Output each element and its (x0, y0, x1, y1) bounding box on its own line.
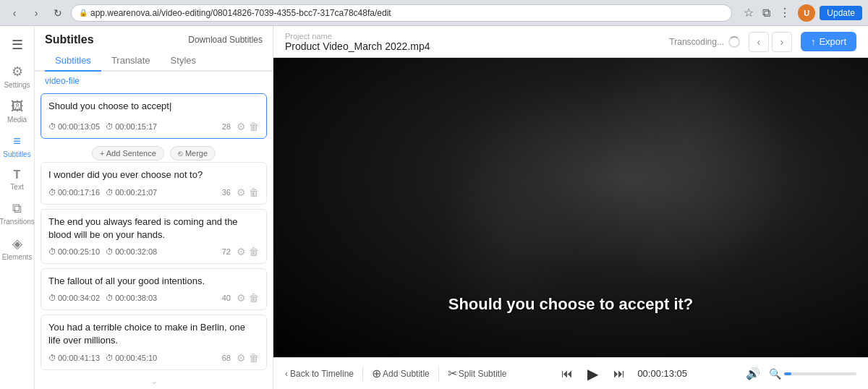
skip-back-button[interactable]: ⏮ (561, 367, 573, 380)
play-button[interactable]: ▶ (582, 362, 605, 385)
sidebar-label-settings: Settings (4, 81, 30, 89)
video-frame: Should you choose to accept it? (273, 58, 868, 357)
user-avatar[interactable]: U (798, 4, 815, 22)
subtitles-icon: ≡ (13, 134, 21, 149)
subtitle-meta-2: ⏱ 00:00:17:16 ⏱ 00:00:21:07 36 ⚙ 🗑 (48, 187, 259, 198)
extensions-icon[interactable]: ⧉ (760, 5, 773, 21)
sidebar-item-subtitles[interactable]: ≡ Subtitles (0, 129, 34, 163)
delete-icon-4[interactable]: 🗑 (249, 292, 259, 304)
char-count-3: 72 (222, 247, 231, 256)
time-end-value-1: 00:00:15:17 (115, 122, 157, 131)
settings-icon-5[interactable]: ⚙ (237, 352, 246, 364)
top-bar-left: Project name Product Video_March 2022.mp… (285, 32, 660, 52)
subtitle-textarea-1[interactable]: Should you choose to accept| (48, 100, 259, 113)
subtitles-list: Should you choose to accept| ⏱ 00:00:13:… (35, 90, 273, 373)
sidebar-item-transitions[interactable]: ⧉ Transitions (0, 197, 34, 230)
browser-bar: ‹ › ↻ 🔒 app.wearenova.ai/video-editing/0… (0, 0, 868, 26)
subtitle-card-3: The end you always feared is coming and … (41, 209, 267, 264)
meta-icons-3: ⚙ 🗑 (237, 246, 259, 257)
redo-button[interactable]: › (772, 32, 792, 52)
playback-separator-1 (362, 367, 363, 381)
sidebar-label-subtitles: Subtitles (3, 150, 30, 158)
playback-bar: ‹ Back to Timeline ⊕ Add Subtitle ✂ Spli… (273, 357, 868, 389)
panel-header: Subtitles Download Subtitles (35, 26, 273, 51)
text-icon: T (14, 168, 21, 181)
settings-icon-3[interactable]: ⚙ (237, 246, 246, 257)
download-subtitles-button[interactable]: Download Subtitles (188, 35, 263, 45)
volume-icon[interactable]: 🔊 (746, 367, 760, 380)
settings-icon-1[interactable]: ⚙ (237, 121, 246, 132)
bookmark-icon[interactable]: ☆ (741, 4, 757, 21)
subtitle-content-4: The fallout of all your good intentions. (48, 275, 205, 286)
undo-button[interactable]: ‹ (749, 32, 769, 52)
settings-icon-2[interactable]: ⚙ (237, 187, 246, 198)
tab-translate[interactable]: Translate (101, 51, 161, 72)
browser-right-icons: ☆ ⧉ ⋮ (741, 4, 793, 21)
time-end-value-2: 00:00:21:07 (115, 188, 157, 197)
split-subtitle-button[interactable]: ✂ Split Subtitle (448, 367, 507, 380)
merge-button[interactable]: ⎋ Merge (170, 146, 216, 161)
time-end-icon-1: ⏱ (106, 122, 114, 131)
time-start-4: ⏱ 00:00:34:02 (48, 294, 100, 302)
char-count-4: 40 (222, 294, 231, 302)
subtitle-card-1: Should you choose to accept| ⏱ 00:00:13:… (41, 93, 267, 139)
sidebar-item-settings[interactable]: ⚙ Settings (0, 59, 34, 93)
zoom-icon[interactable]: 🔍 (769, 368, 781, 380)
app-container: ☰ ⚙ Settings 🖼 Media ≡ Subtitles T Text … (0, 26, 868, 389)
char-count-1: 28 (222, 122, 231, 131)
time-end-value-4: 00:00:38:03 (115, 294, 157, 302)
playback-separator-2 (438, 367, 439, 381)
add-subtitle-label: Add Subtitle (383, 369, 430, 379)
delete-icon-3[interactable]: 🗑 (249, 246, 259, 257)
time-start-2: ⏱ 00:00:17:16 (48, 188, 100, 197)
meta-icons-1: ⚙ 🗑 (237, 121, 259, 132)
lock-icon: 🔒 (79, 9, 88, 17)
back-to-timeline-button[interactable]: ‹ Back to Timeline (285, 369, 354, 379)
export-icon: ↑ (811, 36, 816, 47)
browser-forward-btn[interactable]: › (27, 4, 45, 22)
sidebar-label-elements: Elements (2, 253, 33, 261)
time-end-1: ⏱ 00:00:15:17 (106, 122, 157, 131)
tab-subtitles[interactable]: Subtitles (45, 51, 101, 72)
skip-forward-button[interactable]: ⏭ (613, 367, 625, 380)
browser-reload-btn[interactable]: ↻ (49, 4, 67, 22)
timecode-display: 00:00:13:05 (634, 368, 692, 379)
delete-icon-1[interactable]: 🗑 (249, 121, 259, 132)
time-end-value-3: 00:00:32:08 (115, 247, 157, 256)
time-start-icon-3: ⏱ (48, 247, 56, 256)
delete-icon-5[interactable]: 🗑 (249, 352, 259, 364)
subtitle-meta-5: ⏱ 00:00:41:13 ⏱ 00:00:45:10 68 ⚙ 🗑 (48, 352, 259, 364)
add-subtitle-button[interactable]: ⊕ Add Subtitle (372, 367, 430, 380)
delete-icon-2[interactable]: 🗑 (249, 187, 259, 198)
hamburger-menu-icon[interactable]: ☰ (4, 32, 30, 58)
sidebar-item-media[interactable]: 🖼 Media (0, 95, 34, 128)
tab-styles[interactable]: Styles (161, 51, 206, 72)
browser-back-btn[interactable]: ‹ (6, 4, 23, 22)
time-end-icon-4: ⏱ (106, 294, 114, 302)
sidebar-item-text[interactable]: T Text (0, 164, 34, 195)
settings-icon-4[interactable]: ⚙ (237, 292, 246, 304)
time-start-value-4: 00:00:34:02 (58, 294, 100, 302)
subtitle-text-1[interactable]: Should you choose to accept| (48, 100, 259, 116)
subtitle-content-3: The end you always feared is coming and … (48, 216, 238, 240)
transcoding-spinner (728, 36, 740, 48)
export-button[interactable]: ↑ Export (801, 32, 856, 51)
panel-title: Subtitles (45, 33, 94, 46)
subtitle-text-4: The fallout of all your good intentions. (48, 275, 259, 288)
meta-icons-4: ⚙ 🗑 (237, 292, 259, 304)
time-start-value-3: 00:00:25:10 (58, 247, 100, 256)
export-label: Export (819, 36, 846, 47)
time-start-icon-4: ⏱ (48, 294, 56, 302)
add-sentence-button[interactable]: + Add Sentence (92, 146, 164, 161)
subtitle-text-2: I wonder did you ever choose not to? (48, 168, 259, 181)
zoom-slider[interactable] (784, 372, 856, 375)
update-label: Update (827, 8, 855, 18)
subtitle-meta-1: ⏱ 00:00:13:05 ⏱ 00:00:15:17 28 ⚙ 🗑 (48, 121, 259, 132)
address-bar[interactable]: 🔒 app.wearenova.ai/video-editing/0801482… (71, 4, 732, 22)
menu-icon[interactable]: ⋮ (776, 4, 793, 21)
sidebar-item-elements[interactable]: ◈ Elements (0, 231, 34, 265)
update-button[interactable]: Update (820, 6, 862, 20)
url-text: app.wearenova.ai/video-editing/08014826-… (90, 8, 391, 18)
video-file-label[interactable]: video-file (35, 72, 273, 90)
video-container: Should you choose to accept it? (273, 58, 868, 357)
